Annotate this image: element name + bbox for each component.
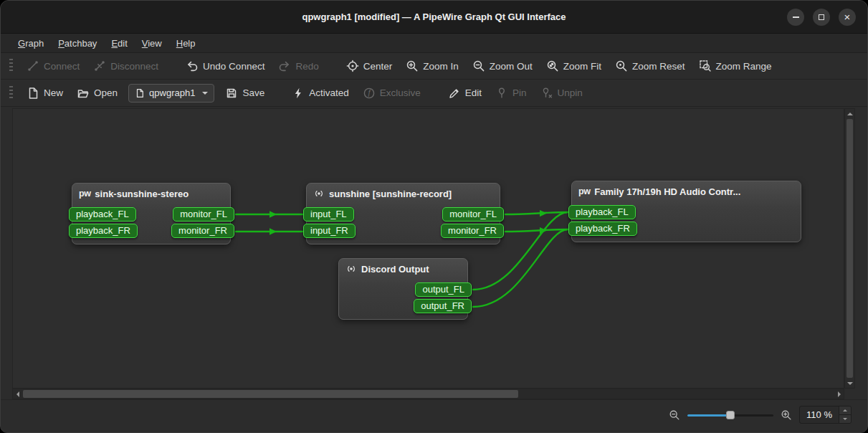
zoom-slider-fill bbox=[687, 414, 730, 417]
connection-wire[interactable] bbox=[505, 212, 568, 214]
edit-pencil-icon bbox=[448, 87, 461, 100]
input-port[interactable]: playback_FL bbox=[69, 207, 136, 222]
output-port[interactable]: monitor_FL bbox=[442, 207, 504, 222]
vertical-scrollbar[interactable] bbox=[844, 108, 855, 389]
patchbay-combobox[interactable]: qpwgraph1 bbox=[128, 84, 214, 103]
menu-edit[interactable]: Edit bbox=[104, 35, 134, 52]
redo-label: Redo bbox=[295, 61, 318, 72]
new-button[interactable]: New bbox=[21, 83, 69, 103]
patchbay-file-icon bbox=[135, 88, 145, 98]
close-button[interactable]: × bbox=[839, 9, 856, 26]
patchbay-combobox-value: qpwgraph1 bbox=[149, 87, 195, 98]
input-port[interactable]: input_FR bbox=[303, 224, 356, 238]
connection-wire[interactable] bbox=[505, 229, 568, 232]
combobox-dropdown-icon bbox=[202, 92, 208, 95]
output-port[interactable]: monitor_FR bbox=[171, 224, 234, 238]
node-header[interactable]: pw sink-sunshine-stereo bbox=[72, 184, 230, 203]
scroll-left-button[interactable] bbox=[13, 389, 22, 399]
node-sunshine[interactable]: sunshine [sunshine-record] input_FL inpu… bbox=[306, 183, 500, 244]
graph-canvas[interactable]: pw sink-sunshine-stereo playback_FL play… bbox=[12, 108, 844, 389]
toolbar-patchbay: New Open qpwgraph1 Save bbox=[1, 80, 867, 107]
zoom-in-button[interactable]: Zoom In bbox=[400, 56, 464, 76]
center-button[interactable]: Center bbox=[340, 56, 399, 76]
arrow-down-icon bbox=[847, 382, 853, 385]
node-title: sink-sunshine-stereo bbox=[95, 189, 189, 199]
horizontal-scrollbar-track[interactable] bbox=[22, 389, 834, 399]
zoom-reset-icon bbox=[615, 60, 628, 72]
zoom-in-icon bbox=[406, 60, 419, 72]
output-port[interactable]: monitor_FL bbox=[173, 207, 234, 222]
disconnect-icon bbox=[93, 60, 106, 72]
scroll-up-button[interactable] bbox=[845, 109, 854, 118]
disconnect-button[interactable]: Disconnect bbox=[87, 56, 164, 76]
titlebar[interactable]: qpwgraph1 [modified] — A PipeWire Graph … bbox=[1, 1, 867, 34]
pin-button[interactable]: Pin bbox=[490, 83, 533, 103]
vertical-scrollbar-thumb[interactable] bbox=[846, 119, 853, 378]
zoom-slider[interactable] bbox=[687, 409, 773, 421]
statusbar: 110 % bbox=[1, 399, 867, 432]
pipewire-icon: pw bbox=[578, 186, 590, 196]
open-button[interactable]: Open bbox=[71, 83, 123, 103]
open-folder-icon bbox=[77, 87, 90, 100]
node-header[interactable]: Discord Output bbox=[339, 259, 467, 278]
node-header[interactable]: sunshine [sunshine-record] bbox=[307, 184, 500, 203]
redo-button[interactable]: Redo bbox=[272, 56, 324, 76]
node-title: Discord Output bbox=[361, 264, 429, 275]
menu-graph[interactable]: Graph bbox=[11, 35, 51, 52]
spin-up-button[interactable] bbox=[839, 406, 851, 414]
zoom-spinbox[interactable]: 110 % bbox=[799, 406, 852, 424]
exclusive-button[interactable]: ƒ Exclusive bbox=[357, 83, 426, 103]
zoom-reset-button[interactable]: Zoom Reset bbox=[609, 56, 691, 76]
output-port[interactable]: output_FL bbox=[415, 282, 472, 297]
zoom-range-button[interactable]: Zoom Range bbox=[693, 56, 778, 76]
zoom-spinbox-value[interactable]: 110 % bbox=[800, 406, 839, 423]
center-label: Center bbox=[363, 61, 393, 72]
close-icon: × bbox=[844, 11, 851, 22]
scroll-down-button[interactable] bbox=[845, 379, 854, 388]
maximize-icon bbox=[819, 14, 824, 20]
horizontal-scrollbar-thumb[interactable] bbox=[23, 390, 518, 398]
save-button[interactable]: Save bbox=[219, 83, 270, 103]
scroll-right-button[interactable] bbox=[834, 389, 844, 399]
activated-label: Activated bbox=[309, 87, 349, 98]
minimize-button[interactable] bbox=[787, 9, 804, 26]
toolbar-handle[interactable] bbox=[9, 59, 13, 73]
zoom-fit-label: Zoom Fit bbox=[563, 61, 601, 72]
node-sink-sunshine-stereo[interactable]: pw sink-sunshine-stereo playback_FL play… bbox=[72, 183, 231, 244]
input-port[interactable]: playback_FR bbox=[69, 224, 138, 238]
zoom-out-button[interactable]: Zoom Out bbox=[467, 56, 538, 76]
media-icon bbox=[345, 263, 357, 275]
zoom-reset-label: Zoom Reset bbox=[632, 61, 685, 72]
menu-patchbay[interactable]: Patchbay bbox=[51, 35, 104, 52]
zoom-fit-button[interactable]: Zoom Fit bbox=[540, 56, 607, 76]
arrow-up-icon bbox=[847, 113, 853, 115]
menu-view[interactable]: View bbox=[135, 35, 169, 52]
output-port[interactable]: monitor_FR bbox=[441, 224, 504, 238]
connections-layer bbox=[13, 109, 844, 388]
edit-button[interactable]: Edit bbox=[442, 83, 487, 103]
zoom-slider-handle[interactable] bbox=[726, 411, 735, 419]
output-port[interactable]: output_FR bbox=[414, 299, 472, 313]
toolbar-handle[interactable] bbox=[9, 86, 13, 100]
input-port[interactable]: playback_FL bbox=[568, 205, 636, 219]
input-port[interactable]: playback_FR bbox=[568, 222, 637, 236]
undo-connect-button[interactable]: Undo Connect bbox=[180, 56, 270, 76]
node-header[interactable]: pw Family 17h/19h HD Audio Contr... bbox=[572, 181, 801, 201]
undo-label: Undo Connect bbox=[203, 61, 264, 72]
node-family-hd-audio[interactable]: pw Family 17h/19h HD Audio Contr... play… bbox=[571, 181, 801, 242]
spin-down-button[interactable] bbox=[839, 414, 851, 423]
activated-button[interactable]: Activated bbox=[286, 83, 355, 103]
connect-button[interactable]: Connect bbox=[21, 56, 85, 76]
unpin-button[interactable]: Unpin bbox=[535, 83, 588, 103]
zoom-out-icon bbox=[669, 409, 680, 421]
node-discord-output[interactable]: Discord Output output_FL output_FR bbox=[338, 258, 468, 320]
pin-label: Pin bbox=[512, 87, 527, 98]
menu-help[interactable]: Help bbox=[169, 35, 203, 52]
input-port[interactable]: input_FL bbox=[303, 207, 354, 222]
unpin-label: Unpin bbox=[558, 87, 583, 98]
maximize-button[interactable] bbox=[813, 9, 830, 26]
unpin-icon bbox=[540, 87, 553, 100]
new-label: New bbox=[44, 87, 63, 98]
zoom-out-label: Zoom Out bbox=[490, 61, 533, 72]
horizontal-scrollbar[interactable] bbox=[12, 389, 844, 399]
